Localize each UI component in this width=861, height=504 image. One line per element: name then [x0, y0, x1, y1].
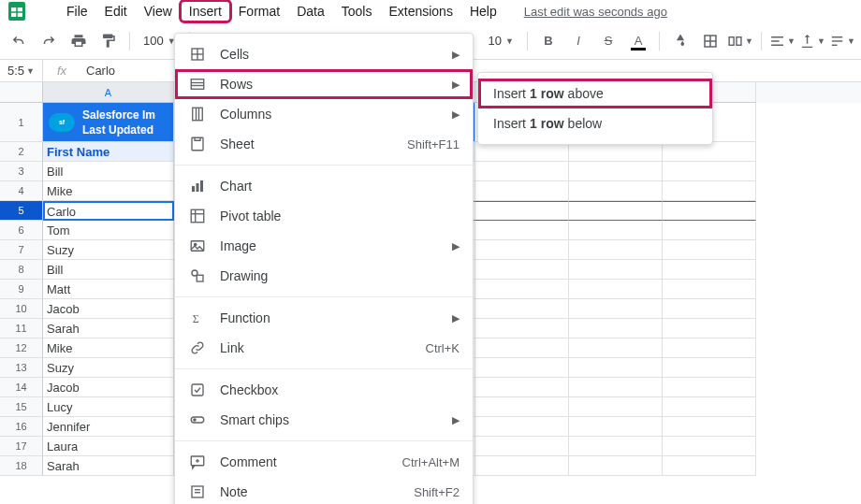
- svg-rect-24: [200, 180, 203, 192]
- wrap-button[interactable]: ▼: [829, 28, 855, 54]
- bold-button[interactable]: B: [535, 28, 562, 54]
- menubar-item-view[interactable]: View: [136, 1, 181, 22]
- function-icon: Σ: [188, 309, 207, 327]
- text-color-button[interactable]: A: [625, 28, 651, 54]
- halign-button[interactable]: ▼: [769, 28, 795, 54]
- submenu-item-insert-row-above[interactable]: Insert 1 row above: [478, 79, 712, 108]
- menu-item-function[interactable]: ΣFunction▶: [175, 303, 473, 333]
- image-icon: [188, 237, 207, 255]
- menu-item-comment[interactable]: CommentCtrl+Alt+M: [175, 447, 473, 477]
- svg-rect-18: [193, 108, 203, 121]
- menu-item-drawing[interactable]: Drawing: [175, 261, 473, 291]
- columns-icon: [188, 105, 207, 123]
- merge-button[interactable]: ▼: [727, 28, 753, 54]
- svg-rect-39: [192, 486, 203, 497]
- menubar-item-data[interactable]: Data: [288, 1, 333, 22]
- svg-rect-31: [197, 275, 203, 281]
- menubar-item-format[interactable]: Format: [230, 1, 288, 22]
- comment-icon: [188, 453, 207, 471]
- print-button[interactable]: [66, 28, 92, 54]
- italic-button[interactable]: I: [565, 28, 591, 54]
- menubar: FileEditViewInsertFormatDataToolsExtensi…: [0, 0, 861, 22]
- chevron-right-icon: ▶: [452, 79, 460, 91]
- menubar-item-insert[interactable]: Insert: [181, 1, 230, 22]
- sheet-icon: [188, 135, 207, 153]
- checkbox-icon: [188, 381, 207, 399]
- menu-item-columns[interactable]: Columns▶: [175, 99, 473, 129]
- menu-item-chart[interactable]: Chart: [175, 171, 473, 201]
- menubar-item-edit[interactable]: Edit: [96, 1, 136, 22]
- link-icon: [188, 338, 207, 357]
- salesforce-logo-icon: sf: [49, 113, 75, 132]
- rows-submenu: Insert 1 row aboveInsert 1 row below: [477, 72, 713, 145]
- menu-item-cells[interactable]: Cells▶: [175, 39, 473, 69]
- col-header[interactable]: A: [43, 82, 174, 103]
- rows-icon: [188, 75, 207, 94]
- cells-icon: [188, 45, 207, 64]
- menu-item-pivot-table[interactable]: Pivot table: [175, 201, 473, 231]
- menu-item-link[interactable]: LinkCtrl+K: [175, 333, 473, 363]
- chevron-right-icon: ▶: [452, 414, 460, 426]
- chevron-right-icon: ▶: [452, 49, 460, 61]
- menubar-item-file[interactable]: File: [58, 1, 96, 22]
- submenu-item-insert-row-below[interactable]: Insert 1 row below: [478, 108, 712, 138]
- menubar-item-help[interactable]: Help: [461, 1, 505, 22]
- menu-item-rows[interactable]: Rows▶: [175, 69, 473, 99]
- svg-point-35: [194, 419, 196, 421]
- svg-rect-7: [729, 36, 734, 45]
- last-edit-link[interactable]: Last edit was seconds ago: [524, 5, 667, 19]
- formula-input[interactable]: Carlo: [80, 64, 121, 78]
- menubar-item-extensions[interactable]: Extensions: [380, 1, 460, 22]
- fill-color-button[interactable]: [667, 28, 693, 54]
- menu-item-note[interactable]: NoteShift+F2: [175, 477, 473, 504]
- chart-icon: [188, 177, 207, 195]
- chevron-right-icon: ▶: [452, 108, 460, 121]
- borders-button[interactable]: [697, 28, 723, 54]
- menu-item-image[interactable]: Image▶: [175, 231, 473, 261]
- font-size-select[interactable]: 10▼: [483, 34, 519, 48]
- menu-item-smart-chips[interactable]: Smart chips▶: [175, 405, 473, 435]
- redo-button[interactable]: [36, 28, 62, 54]
- name-box[interactable]: 5:5▼: [0, 60, 43, 81]
- svg-rect-15: [191, 79, 204, 90]
- menu-item-checkbox[interactable]: Checkbox: [175, 375, 473, 405]
- valign-button[interactable]: ▼: [799, 28, 825, 54]
- chevron-right-icon: ▶: [452, 312, 460, 324]
- drawing-icon: [188, 266, 207, 285]
- note-icon: [188, 482, 207, 501]
- svg-rect-22: [192, 186, 195, 192]
- chips-icon: [188, 410, 207, 429]
- svg-rect-33: [192, 384, 203, 396]
- insert-menu-dropdown: Cells▶Rows▶Columns▶SheetShift+F11ChartPi…: [174, 33, 474, 504]
- pivot-icon: [188, 207, 207, 225]
- svg-rect-23: [197, 183, 199, 192]
- svg-text:Σ: Σ: [193, 312, 199, 325]
- svg-rect-8: [737, 36, 741, 45]
- undo-button[interactable]: [6, 28, 32, 54]
- paint-format-button[interactable]: [95, 28, 122, 54]
- menu-item-sheet[interactable]: SheetShift+F11: [175, 129, 473, 159]
- strike-button[interactable]: S: [595, 28, 621, 54]
- menubar-item-tools[interactable]: Tools: [333, 1, 381, 22]
- fx-icon: fx: [43, 64, 80, 78]
- svg-rect-25: [191, 209, 204, 223]
- chevron-right-icon: ▶: [452, 240, 460, 252]
- svg-rect-21: [192, 137, 203, 151]
